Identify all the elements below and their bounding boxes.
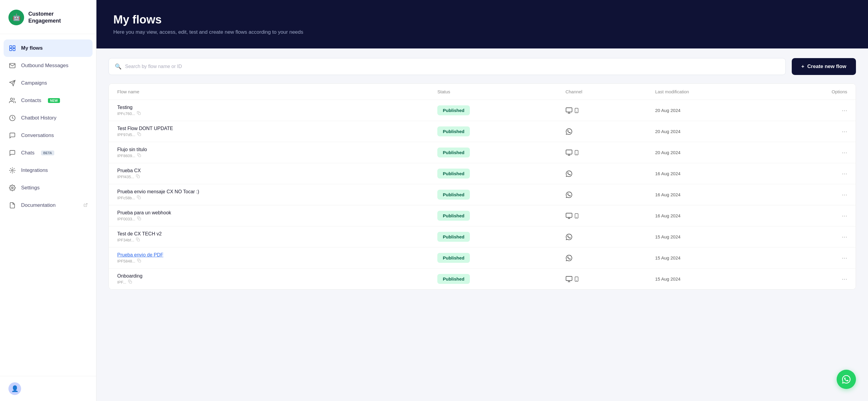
- mobile-channel-icon: [574, 276, 579, 282]
- options-cell[interactable]: ···: [783, 107, 847, 114]
- flow-id: IPFc760...: [117, 111, 135, 116]
- options-cell[interactable]: ···: [783, 212, 847, 220]
- sidebar-item-chats[interactable]: ChatsBETA: [0, 144, 96, 162]
- copy-icon[interactable]: [137, 195, 141, 200]
- flow-id: IPF97d5...: [117, 132, 135, 137]
- date-cell: 15 Aug 2024: [655, 255, 783, 260]
- sidebar-item-label-contacts: Contacts: [21, 98, 41, 104]
- svg-rect-32: [130, 281, 132, 283]
- search-icon: 🔍: [115, 63, 121, 70]
- table-row[interactable]: Test de CX TECH v2IPF34bf...Published15 …: [109, 226, 856, 247]
- copy-icon[interactable]: [137, 216, 141, 221]
- copy-icon[interactable]: [137, 111, 141, 116]
- copy-icon[interactable]: [128, 280, 132, 285]
- sidebar-nav: My flowsOutbound MessagesCampaignsContac…: [0, 34, 96, 376]
- page-title: My flows: [113, 13, 851, 26]
- copy-icon[interactable]: [136, 237, 140, 242]
- sidebar-item-documentation[interactable]: Documentation: [0, 197, 96, 214]
- status-cell: Published: [437, 169, 565, 178]
- flow-id-row: IPFf435...: [117, 174, 437, 179]
- chatbot-history-icon: [8, 114, 16, 122]
- sidebar-item-chatbot-history[interactable]: Chatbot History: [0, 109, 96, 127]
- sidebar-item-label-chats: Chats: [21, 150, 34, 156]
- flow-id-row: IPF0033...: [117, 216, 437, 221]
- logo-text: CustomerEngagement: [28, 10, 61, 25]
- date-cell: 16 Aug 2024: [655, 192, 783, 197]
- flow-id-row: IPF...: [117, 280, 437, 285]
- date-cell: 20 Aug 2024: [655, 150, 783, 155]
- chats-icon: [8, 149, 16, 157]
- options-cell[interactable]: ···: [783, 233, 847, 241]
- status-badge: Published: [437, 147, 470, 158]
- svg-rect-25: [566, 213, 572, 218]
- svg-rect-23: [138, 197, 141, 199]
- svg-rect-22: [137, 176, 140, 178]
- svg-rect-10: [566, 108, 572, 112]
- channel-cell: [565, 128, 655, 135]
- status-cell: Published: [437, 147, 565, 158]
- chats-badge: BETA: [41, 151, 54, 155]
- svg-rect-31: [138, 260, 141, 262]
- channel-cell: [565, 191, 655, 198]
- sidebar: 🤖 CustomerEngagement My flowsOutbound Me…: [0, 0, 96, 401]
- search-input[interactable]: [125, 64, 779, 69]
- flow-name: Prueba CX: [117, 168, 437, 173]
- flow-name: Test de CX TECH v2: [117, 231, 437, 237]
- table-row[interactable]: TestingIPFc760...Published 20 Aug 2024··…: [109, 100, 856, 121]
- sidebar-footer: 👤: [0, 376, 96, 401]
- flow-name: Prueba para un webhook: [117, 210, 437, 215]
- sidebar-item-contacts[interactable]: ContactsNEW: [0, 92, 96, 109]
- flow-name-cell: Prueba envio de PDFIPF5848...: [117, 252, 437, 263]
- flow-id: IPF0033...: [117, 217, 135, 221]
- options-cell[interactable]: ···: [783, 149, 847, 157]
- table-col-last_modification: Last modification: [655, 89, 783, 94]
- svg-rect-1: [13, 46, 15, 48]
- status-cell: Published: [437, 232, 565, 242]
- copy-icon[interactable]: [137, 132, 141, 137]
- search-box: 🔍: [108, 58, 786, 75]
- copy-icon[interactable]: [137, 153, 141, 158]
- table-row[interactable]: Test Flow DONT UPDATEIPF97d5...Published…: [109, 121, 856, 142]
- copy-icon[interactable]: [137, 259, 141, 263]
- sidebar-item-conversations[interactable]: Conversations: [0, 127, 96, 144]
- sidebar-item-integrations[interactable]: Integrations: [0, 162, 96, 179]
- options-cell[interactable]: ···: [783, 128, 847, 135]
- table-row[interactable]: Prueba envio mensaje CX NO Tocar :)IPFc5…: [109, 184, 856, 205]
- flow-id-row: IPFc760...: [117, 111, 437, 116]
- table-row[interactable]: OnboardingIPF...Published 15 Aug 2024···: [109, 269, 856, 289]
- flow-name-cell: Test de CX TECH v2IPF34bf...: [117, 231, 437, 242]
- options-cell[interactable]: ···: [783, 254, 847, 262]
- copy-icon[interactable]: [136, 174, 140, 179]
- date-cell: 16 Aug 2024: [655, 213, 783, 218]
- table-row[interactable]: Flujo sin títuloIPF8609...Published 20 A…: [109, 142, 856, 163]
- content-area: 🔍 + Create new flow Flow nameStatusChann…: [96, 48, 868, 401]
- flow-name[interactable]: Prueba envio de PDF: [117, 252, 437, 258]
- options-cell[interactable]: ···: [783, 275, 847, 283]
- channel-cell: [565, 212, 655, 220]
- status-badge: Published: [437, 127, 470, 136]
- options-cell[interactable]: ···: [783, 191, 847, 199]
- table-row[interactable]: Prueba para un webhookIPF0033...Publishe…: [109, 205, 856, 226]
- svg-rect-2: [10, 48, 12, 51]
- desktop-channel-icon: [565, 212, 572, 220]
- flows-table: Flow nameStatusChannelLast modificationO…: [108, 83, 856, 290]
- page-header: My flows Here you may view, access, edit…: [96, 0, 868, 48]
- sidebar-item-settings[interactable]: Settings: [0, 179, 96, 197]
- contacts-badge: NEW: [48, 98, 60, 103]
- channel-cell: [565, 233, 655, 240]
- user-avatar[interactable]: 👤: [8, 382, 21, 395]
- sidebar-item-campaigns[interactable]: Campaigns: [0, 74, 96, 92]
- outbound-messages-icon: [8, 62, 16, 70]
- whatsapp-fab[interactable]: [837, 370, 856, 389]
- options-cell[interactable]: ···: [783, 170, 847, 178]
- sidebar-item-outbound-messages[interactable]: Outbound Messages: [0, 57, 96, 74]
- status-cell: Published: [437, 127, 565, 136]
- table-header: Flow nameStatusChannelLast modificationO…: [109, 84, 856, 100]
- table-row[interactable]: Prueba envio de PDFIPF5848...Published15…: [109, 247, 856, 269]
- sidebar-item-my-flows[interactable]: My flows: [4, 39, 93, 57]
- status-cell: Published: [437, 274, 565, 284]
- status-cell: Published: [437, 190, 565, 200]
- create-new-flow-button[interactable]: + Create new flow: [792, 58, 856, 75]
- table-row[interactable]: Prueba CXIPFf435...Published16 Aug 2024·…: [109, 163, 856, 184]
- sidebar-item-label-campaigns: Campaigns: [21, 80, 47, 86]
